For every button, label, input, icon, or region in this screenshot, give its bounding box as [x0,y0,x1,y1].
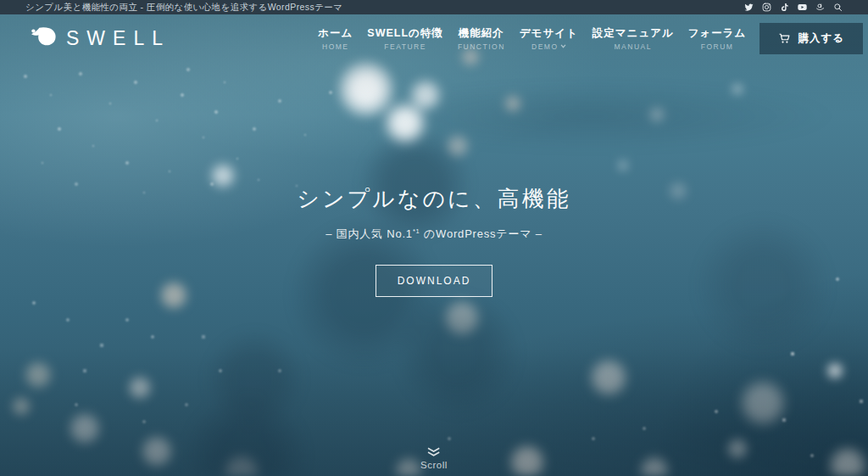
twitter-icon[interactable] [744,3,754,12]
chevron-down-icon [560,44,566,48]
purchase-button[interactable]: 購入する [760,23,863,54]
hero-subtitle-prefix: – 国内人気 No.1 [326,227,413,240]
nav-label: 設定マニュアル [593,26,674,41]
swell-whale-icon [30,25,58,51]
purchase-label: 購入する [798,31,844,46]
nav-sublabel-text: DEMO [531,42,559,51]
hero-content: シンプルなのに、高機能 – 国内人気 No.1*1 のWordPressテーマ … [0,184,868,297]
social-links [744,3,843,12]
cart-icon [778,32,791,45]
nav-label: 機能紹介 [458,26,505,41]
nav-item-feature[interactable]: SWELLの特徴 FEATURE [367,26,443,51]
nav-label: フォーラム [688,26,747,41]
nav-item-function[interactable]: 機能紹介 FUNCTION [458,26,505,51]
nav-label: ホーム [318,26,353,41]
nav-sublabel: FEATURE [367,42,443,51]
tiktok-icon[interactable] [780,3,789,12]
swell-landing-page: シンプル美と機能性の両立 - 圧倒的な使い心地を追求するWordPressテーマ… [0,0,868,476]
nav-label: デモサイト [520,26,578,41]
search-icon[interactable] [833,3,843,12]
hero-subtitle: – 国内人気 No.1*1 のWordPressテーマ – [0,227,868,242]
site-logo[interactable]: SWELL [30,25,170,51]
youtube-icon[interactable] [798,3,807,12]
topbar: シンプル美と機能性の両立 - 圧倒的な使い心地を追求するWordPressテーマ [0,0,868,14]
nav-sublabel: MANUAL [593,42,674,51]
nav-item-manual[interactable]: 設定マニュアル MANUAL [593,26,674,51]
double-chevron-down-icon [426,447,441,457]
hero-title: シンプルなのに、高機能 [0,184,868,214]
nav-sublabel: DEMO [520,42,578,51]
instagram-icon[interactable] [762,3,771,12]
nav-item-demo[interactable]: デモサイト DEMO [520,26,578,51]
download-button[interactable]: DOWNLOAD [376,265,493,297]
hero-section: SWELL ホーム HOME SWELLの特徴 FEATURE 機能紹介 FUN… [0,14,868,476]
hero-subtitle-note: *1 [413,227,420,235]
nav-sublabel: FUNCTION [458,42,505,51]
nav-label: SWELLの特徴 [367,26,443,41]
nav-sublabel: HOME [318,42,353,51]
nav-item-forum[interactable]: フォーラム FORUM [688,26,747,51]
main-nav: ホーム HOME SWELLの特徴 FEATURE 機能紹介 FUNCTION … [318,26,746,51]
scroll-label: Scroll [420,460,448,470]
site-header: SWELL ホーム HOME SWELLの特徴 FEATURE 機能紹介 FUN… [0,14,868,59]
hero-subtitle-suffix: のWordPressテーマ – [420,227,542,240]
scroll-indicator[interactable]: Scroll [420,447,448,470]
nav-item-home[interactable]: ホーム HOME [318,26,353,51]
logo-text: SWELL [66,29,170,48]
nav-sublabel: FORUM [688,42,747,51]
amazon-icon[interactable] [815,3,825,12]
site-tagline: シンプル美と機能性の両立 - 圧倒的な使い心地を追求するWordPressテーマ [25,2,342,14]
